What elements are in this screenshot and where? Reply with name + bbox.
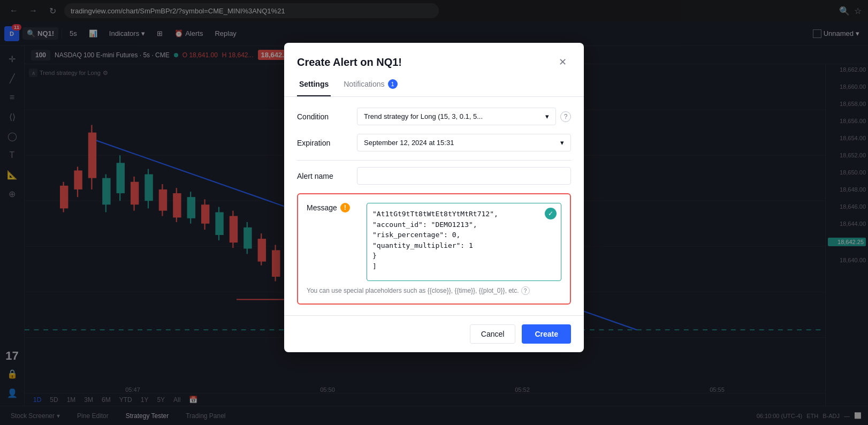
- tab-notifications[interactable]: Notifications 1: [341, 73, 399, 96]
- expiration-control: September 12, 2024 at 15:31 ▾: [357, 134, 571, 151]
- modal-overlay: Create Alert on NQ1! ✕ Settings Notifica…: [0, 0, 868, 425]
- chevron-down-icon: ▾: [545, 112, 549, 120]
- modal-close-button[interactable]: ✕: [554, 54, 571, 71]
- notifications-badge: 1: [388, 79, 398, 89]
- chevron-down-icon: ▾: [560, 139, 564, 147]
- expiration-row: Expiration September 12, 2024 at 15:31 ▾: [297, 134, 571, 151]
- message-header: Message ! "At1tGt9tTt8tWtEt8tYtMtRt712",…: [307, 203, 561, 281]
- hint-help-icon[interactable]: ?: [521, 286, 530, 295]
- warning-icon: !: [340, 203, 350, 212]
- check-icon: ✓: [545, 208, 557, 219]
- alert-name-input[interactable]: [357, 167, 571, 185]
- condition-help-icon[interactable]: ?: [560, 111, 571, 122]
- close-icon: ✕: [559, 56, 567, 68]
- divider: [297, 160, 571, 161]
- tab-settings[interactable]: Settings: [297, 73, 331, 96]
- expiration-label: Expiration: [297, 139, 351, 147]
- condition-select[interactable]: Trend strategy for Long (15, 3, 0.1, 5..…: [357, 108, 556, 125]
- message-textarea-wrapper: "At1tGt9tTt8tWtEt8tYtMtRt712", "account_…: [367, 203, 561, 281]
- modal-footer: Cancel Create: [284, 315, 584, 352]
- alert-name-label: Alert name: [297, 172, 351, 180]
- condition-control: Trend strategy for Long (15, 3, 0.1, 5..…: [357, 108, 571, 125]
- message-hint: You can use special placeholders such as…: [307, 286, 561, 295]
- modal-title: Create Alert on NQ1!: [297, 56, 402, 69]
- message-textarea[interactable]: "At1tGt9tTt8tWtEt8tYtMtRt712", "account_…: [372, 209, 555, 273]
- condition-label: Condition: [297, 112, 351, 121]
- alert-name-row: Alert name: [297, 167, 571, 185]
- message-label: Message !: [307, 203, 360, 212]
- create-alert-dialog: Create Alert on NQ1! ✕ Settings Notifica…: [284, 43, 584, 352]
- cancel-button[interactable]: Cancel: [470, 324, 516, 344]
- condition-row: Condition Trend strategy for Long (15, 3…: [297, 108, 571, 125]
- message-section: Message ! "At1tGt9tTt8tWtEt8tYtMtRt712",…: [297, 193, 571, 305]
- modal-tabs: Settings Notifications 1: [284, 73, 584, 97]
- modal-header: Create Alert on NQ1! ✕: [284, 43, 584, 71]
- create-button[interactable]: Create: [522, 324, 571, 344]
- expiration-select[interactable]: September 12, 2024 at 15:31 ▾: [357, 134, 571, 151]
- modal-body: Condition Trend strategy for Long (15, 3…: [284, 97, 584, 315]
- alert-name-control: [357, 167, 571, 185]
